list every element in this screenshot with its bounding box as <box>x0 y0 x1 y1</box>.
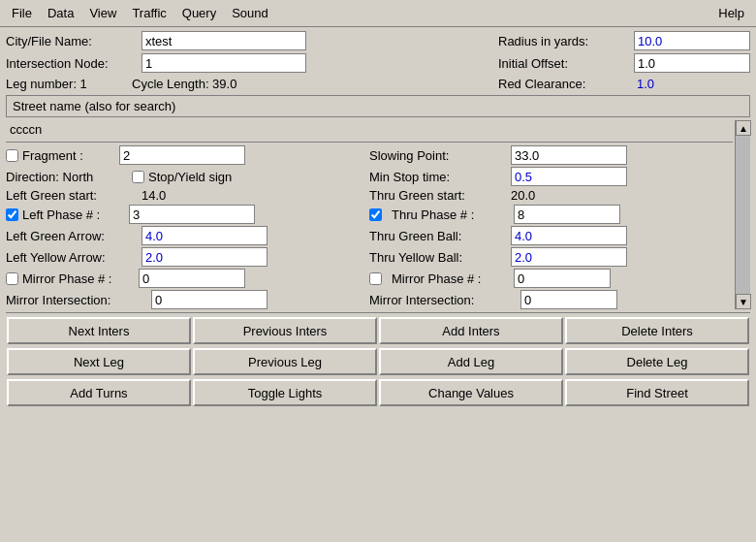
change-values-btn[interactable]: Change Values <box>379 379 563 406</box>
fields-container: ccccn Fragment : Slowing Point: Directio… <box>6 120 750 309</box>
menubar: File Data View Traffic Query Sound Help <box>0 0 756 27</box>
intersection-label: Intersection Node: <box>6 56 142 71</box>
fragment-label: Fragment : <box>22 148 119 163</box>
toggle-lights-btn[interactable]: Toggle Lights <box>193 379 377 406</box>
phase-row: Left Phase # : Thru Phase # : <box>6 205 733 224</box>
leg-row: Leg number: 1 Cycle Length: 39.0 Red Cle… <box>6 76 750 92</box>
thru-phase-checkbox[interactable] <box>369 208 382 221</box>
slowing-point-input[interactable] <box>511 145 627 165</box>
mirror-phase-right-label: Mirror Phase # : <box>392 271 508 286</box>
mirror-phase-left-input[interactable] <box>139 269 245 288</box>
green-arrow-row: Left Green Arrow: Thru Green Ball: <box>6 226 733 245</box>
left-phase-checkbox[interactable] <box>6 208 18 221</box>
menu-sound[interactable]: Sound <box>224 4 276 22</box>
initial-offset-label: Initial Offset: <box>498 56 634 71</box>
left-green-start-value: 14.0 <box>142 188 166 203</box>
stop-yield-label: Stop/Yield sign <box>148 170 232 184</box>
fragment-input[interactable] <box>119 145 245 165</box>
mirror-phase-row: Mirror Phase # : Mirror Phase # : <box>6 269 733 288</box>
scroll-up-btn[interactable]: ▲ <box>736 120 751 136</box>
yellow-row: Left Yellow Arrow: Thru Yellow Ball: <box>6 247 733 267</box>
fragment-checkbox[interactable] <box>6 149 18 162</box>
scrollbar-v[interactable]: ▲ ▼ <box>735 120 750 309</box>
menu-query[interactable]: Query <box>174 4 224 22</box>
left-green-arrow-input[interactable] <box>142 226 268 245</box>
direction-label: Direction: North <box>6 170 132 184</box>
thru-green-ball-input[interactable] <box>511 226 627 245</box>
min-stop-input[interactable] <box>511 167 627 186</box>
intersection-row: Intersection Node: Initial Offset: <box>6 53 750 73</box>
mirror-intersection-left-label: Mirror Intersection: <box>6 293 151 307</box>
city-file-input[interactable] <box>142 31 306 50</box>
street-area: ccccn Fragment : Slowing Point: Directio… <box>6 120 750 309</box>
mirror-phase-right-input[interactable] <box>514 269 611 288</box>
thru-green-ball-label: Thru Green Ball: <box>369 229 505 243</box>
add-turns-btn[interactable]: Add Turns <box>7 379 191 406</box>
street-section-header: Street name (also for search) <box>6 95 750 117</box>
btn-row-3: Add Turns Toggle Lights Change Values Fi… <box>6 378 750 407</box>
radius-label: Radius in yards: <box>498 34 634 48</box>
thru-green-start-label: Thru Green start: <box>369 188 505 203</box>
left-green-start-label: Left Green start: <box>6 188 142 203</box>
thru-yellow-ball-label: Thru Yellow Ball: <box>369 250 505 265</box>
left-yellow-arrow-label: Left Yellow Arrow: <box>6 250 142 265</box>
main-content: City/File Name: Radius in yards: Interse… <box>0 27 756 411</box>
mirror-intersection-left-input[interactable] <box>151 290 268 309</box>
city-file-row: City/File Name: Radius in yards: <box>6 31 750 50</box>
mirror-intersection-right-label: Mirror Intersection: <box>369 293 515 307</box>
left-phase-input[interactable] <box>129 205 255 224</box>
green-start-row: Left Green start: 14.0 Thru Green start:… <box>6 188 733 203</box>
add-inters-btn[interactable]: Add Inters <box>379 317 563 344</box>
next-leg-btn[interactable]: Next Leg <box>7 348 191 375</box>
delete-leg-btn[interactable]: Delete Leg <box>565 348 749 375</box>
fragment-row: Fragment : Slowing Point: <box>6 145 733 165</box>
thru-phase-input[interactable] <box>514 205 620 224</box>
scroll-down-btn[interactable]: ▼ <box>736 294 751 309</box>
mirror-phase-left-label: Mirror Phase # : <box>22 271 139 286</box>
menu-help[interactable]: Help <box>710 4 752 22</box>
mirror-intersection-row: Mirror Intersection: Mirror Intersection… <box>6 290 733 309</box>
thru-green-start-value: 20.0 <box>511 188 535 203</box>
stop-yield-checkbox[interactable] <box>132 171 144 183</box>
intersection-input[interactable] <box>142 53 306 73</box>
left-phase-label: Left Phase # : <box>22 207 129 222</box>
thru-phase-label: Thru Phase # : <box>392 207 508 222</box>
street-name-display: ccccn <box>6 120 733 139</box>
delete-inters-btn[interactable]: Delete Inters <box>565 317 749 344</box>
left-yellow-arrow-input[interactable] <box>142 247 268 267</box>
radius-input[interactable] <box>634 31 750 50</box>
mirror-phase-right-checkbox[interactable] <box>369 272 382 285</box>
btn-row-1: Next Inters Previous Inters Add Inters D… <box>6 316 750 345</box>
menu-view[interactable]: View <box>81 4 124 22</box>
add-leg-btn[interactable]: Add Leg <box>379 348 563 375</box>
red-clearance-value: 1.0 <box>634 76 750 92</box>
menu-file[interactable]: File <box>4 4 40 22</box>
left-green-arrow-label: Left Green Arrow: <box>6 229 142 243</box>
next-inters-btn[interactable]: Next Inters <box>7 317 191 344</box>
initial-offset-input[interactable] <box>634 53 750 73</box>
menu-data[interactable]: Data <box>40 4 81 22</box>
scroll-track <box>736 136 750 294</box>
mirror-phase-left-checkbox[interactable] <box>6 272 18 285</box>
menu-traffic[interactable]: Traffic <box>124 4 173 22</box>
cycle-length-label: Cycle Length: 39.0 <box>132 77 287 91</box>
leg-number-label: Leg number: 1 <box>6 77 132 91</box>
slowing-point-label: Slowing Point: <box>369 148 505 163</box>
previous-inters-btn[interactable]: Previous Inters <box>193 317 377 344</box>
btn-row-2: Next Leg Previous Leg Add Leg Delete Leg <box>6 347 750 376</box>
city-file-label: City/File Name: <box>6 34 142 48</box>
thru-yellow-ball-input[interactable] <box>511 247 627 267</box>
mirror-intersection-right-input[interactable] <box>520 290 617 309</box>
red-clearance-label: Red Clearance: <box>498 77 634 91</box>
previous-leg-btn[interactable]: Previous Leg <box>193 348 377 375</box>
find-street-btn[interactable]: Find Street <box>565 379 749 406</box>
direction-row: Direction: North Stop/Yield sign Min Sto… <box>6 167 733 186</box>
min-stop-label: Min Stop time: <box>369 170 505 184</box>
